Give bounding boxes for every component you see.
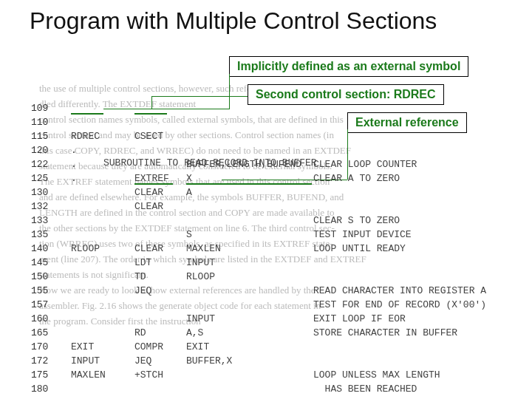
code-opcodes: CSECT EXTREFCLEARCLEAR CLEARLDTTDJEQ RDC… [134,101,169,399]
leader-2h [151,96,248,97]
code-line-numbers: 109110115120 122125130 132133135140 1451… [31,101,48,399]
code-comments: CLEAR LOOP COUNTERCLEAR A TO ZERO CLEAR … [313,101,486,399]
callout-implicit-external: Implicitly defined as an external symbol [229,56,468,77]
page-title: Program with Multiple Control Sections [30,7,502,35]
code-operands: BUFFER,LENGTH,BUFENDXA SMAXLENINPUTRLOOP… [186,101,301,399]
code-labels: RDREC... RLOOP EXITINPUTMAXLEN [71,101,106,399]
